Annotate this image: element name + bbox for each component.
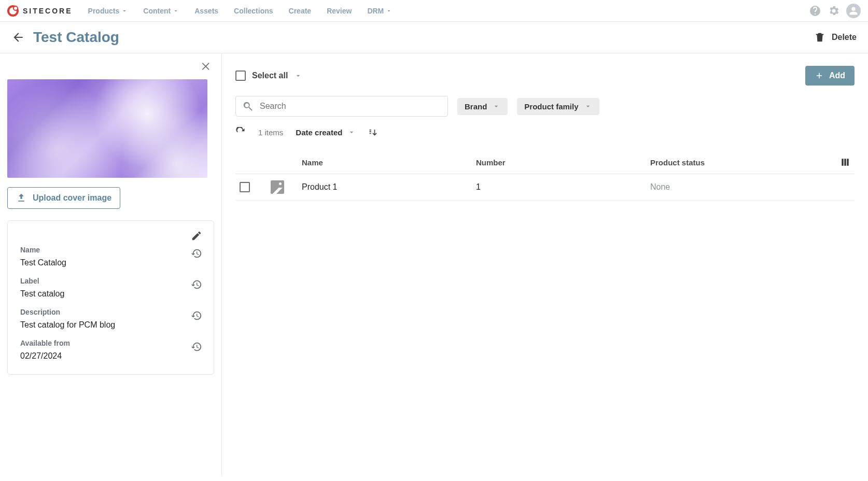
- nav-review[interactable]: Review: [327, 7, 352, 15]
- table-row[interactable]: Product 1 1 None: [235, 174, 855, 201]
- plus-icon: [815, 71, 824, 80]
- filter-product-family[interactable]: Product family: [517, 98, 599, 115]
- brand-logo-mark: [7, 5, 19, 17]
- products-table: Name Number Product status Product 1 1 N…: [235, 151, 855, 201]
- history-icon[interactable]: [191, 248, 202, 259]
- details-sidebar: Upload cover image Name Test Catalog Lab…: [0, 53, 222, 475]
- history-icon[interactable]: [191, 341, 202, 352]
- chevron-down-icon: [492, 102, 500, 110]
- field-label-label: Label: [20, 277, 201, 285]
- field-available-label: Available from: [20, 339, 201, 347]
- filter-product-family-label: Product family: [524, 102, 578, 111]
- brand-logo[interactable]: SITECORE: [7, 5, 73, 17]
- back-arrow-icon[interactable]: [11, 31, 25, 44]
- upload-cover-button[interactable]: Upload cover image: [7, 187, 120, 209]
- details-card: Name Test Catalog Label Test catalog Des…: [7, 220, 214, 375]
- delete-button[interactable]: Delete: [814, 32, 857, 43]
- sort-direction-icon[interactable]: [368, 127, 379, 137]
- history-icon[interactable]: [191, 279, 202, 290]
- search-box[interactable]: [235, 96, 448, 117]
- field-name-label: Name: [20, 246, 201, 254]
- row-checkbox[interactable]: [240, 182, 250, 192]
- history-icon[interactable]: [191, 310, 202, 321]
- edit-icon[interactable]: [191, 230, 202, 242]
- nav-assets[interactable]: Assets: [194, 7, 218, 15]
- brand-name: SITECORE: [23, 7, 73, 15]
- toolbar-row-2: Brand Product family: [235, 96, 855, 117]
- avatar[interactable]: [846, 4, 861, 18]
- nav-collections-label: Collections: [234, 7, 273, 15]
- page-header: Test Catalog Delete: [0, 22, 868, 53]
- nav-review-label: Review: [327, 7, 352, 15]
- field-available-from: Available from 02/27/2024: [20, 339, 201, 361]
- field-label-value: Test catalog: [20, 289, 201, 299]
- select-all-label: Select all: [252, 71, 288, 80]
- col-status: Product status: [650, 158, 819, 167]
- row-status: None: [650, 182, 819, 192]
- search-input[interactable]: [259, 101, 441, 111]
- columns-settings-icon[interactable]: [840, 157, 850, 167]
- col-number: Number: [476, 158, 645, 167]
- row-name: Product 1: [302, 182, 471, 192]
- cover-image: [7, 79, 207, 178]
- nav-create[interactable]: Create: [289, 7, 312, 15]
- nav-products-label: Products: [88, 7, 120, 15]
- header-right-icons: [809, 4, 861, 18]
- top-nav: SITECORE Products Content Assets Collect…: [0, 0, 868, 22]
- main-content: Select all Add Brand Product family: [222, 53, 868, 475]
- image-placeholder-icon: [271, 180, 284, 194]
- toolbar-row-1: Select all Add: [235, 66, 855, 86]
- toolbar-row-3: 1 items Date created: [235, 127, 855, 137]
- field-description: Description Test catalog for PCM blog: [20, 308, 201, 330]
- upload-icon: [16, 193, 26, 203]
- nav-content[interactable]: Content: [143, 7, 179, 15]
- sort-label: Date created: [296, 128, 342, 137]
- field-description-value: Test catalog for PCM blog: [20, 320, 201, 330]
- chevron-down-icon[interactable]: [294, 72, 302, 80]
- nav-create-label: Create: [289, 7, 312, 15]
- field-name: Name Test Catalog: [20, 246, 201, 267]
- nav-items: Products Content Assets Collections Crea…: [88, 7, 809, 15]
- add-button[interactable]: Add: [805, 66, 855, 86]
- nav-content-label: Content: [143, 7, 171, 15]
- nav-products[interactable]: Products: [88, 7, 128, 15]
- help-icon[interactable]: [809, 5, 821, 17]
- trash-icon: [814, 32, 825, 43]
- filter-brand-label: Brand: [465, 102, 487, 111]
- filter-brand[interactable]: Brand: [457, 98, 508, 115]
- nav-collections[interactable]: Collections: [234, 7, 273, 15]
- nav-assets-label: Assets: [194, 7, 218, 15]
- upload-cover-label: Upload cover image: [33, 193, 111, 203]
- refresh-icon[interactable]: [235, 127, 246, 137]
- table-header: Name Number Product status: [235, 151, 855, 174]
- chevron-down-icon: [347, 128, 356, 136]
- nav-drm[interactable]: DRM: [367, 7, 392, 15]
- person-icon: [849, 6, 858, 16]
- search-icon: [242, 101, 254, 112]
- row-number: 1: [476, 182, 645, 192]
- close-icon[interactable]: [201, 61, 212, 72]
- chevron-down-icon: [584, 102, 592, 110]
- field-available-value: 02/27/2024: [20, 351, 201, 361]
- sort-picker[interactable]: Date created: [296, 128, 356, 137]
- add-label: Add: [829, 71, 845, 80]
- field-name-value: Test Catalog: [20, 258, 201, 267]
- delete-label: Delete: [832, 33, 857, 42]
- col-name: Name: [302, 158, 471, 167]
- gear-icon[interactable]: [828, 5, 840, 17]
- select-all[interactable]: Select all: [235, 70, 302, 81]
- nav-drm-label: DRM: [367, 7, 384, 15]
- field-description-label: Description: [20, 308, 201, 316]
- chevron-down-icon: [173, 8, 179, 14]
- page-title: Test Catalog: [33, 29, 119, 46]
- chevron-down-icon: [386, 8, 392, 14]
- items-count: 1 items: [258, 128, 283, 137]
- field-label: Label Test catalog: [20, 277, 201, 299]
- select-all-checkbox[interactable]: [235, 70, 246, 81]
- chevron-down-icon: [121, 8, 128, 14]
